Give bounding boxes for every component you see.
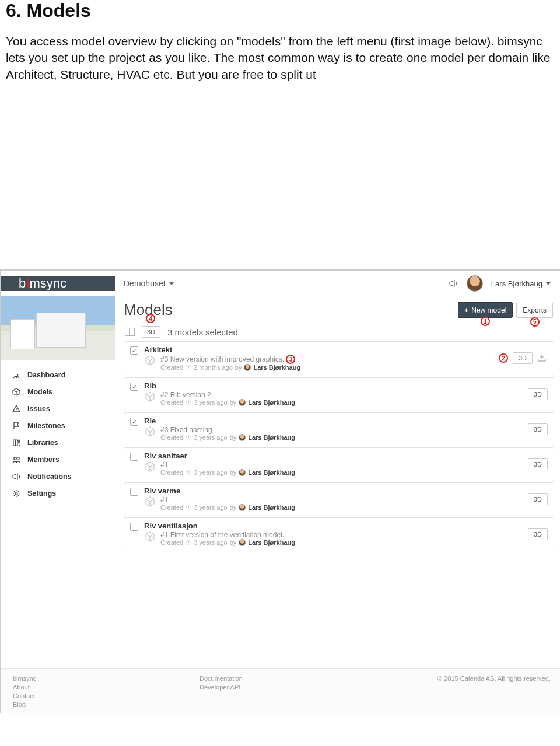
footer-link[interactable]: Documentation — [200, 675, 374, 682]
callout-2: 2 — [499, 353, 508, 363]
model-version: #3 New version with improved graphics. 3 — [160, 355, 300, 364]
model-meta: Created 3 years ago by Lars Bjørkhaug — [160, 539, 295, 546]
app-logo-cell: bimsync — [1, 276, 116, 291]
selected-count-text: 3 models selected — [167, 327, 238, 337]
model-meta: Created 3 years ago by Lars Bjørkhaug — [160, 434, 295, 441]
cube-icon — [144, 531, 156, 542]
download-icon[interactable] — [537, 353, 548, 363]
model-name[interactable]: Rib — [144, 381, 522, 390]
model-meta: Created 3 years ago by Lars Bjørkhaug — [160, 504, 295, 511]
sidebar-item-label: Milestones — [27, 422, 65, 430]
footer-link[interactable]: bimsync — [13, 675, 200, 682]
avatar-icon — [239, 434, 246, 441]
avatar-icon — [239, 469, 246, 476]
footer-link[interactable]: Blog — [13, 701, 200, 708]
sidebar-item-label: Libraries — [27, 439, 58, 447]
model-list: Arkitekt#3 New version with improved gra… — [124, 341, 554, 551]
footer-link[interactable]: Contact — [13, 692, 200, 699]
model-item: Rib#2 Rib version 2 Created 3 years ago … — [124, 377, 554, 411]
3d-button-small[interactable]: 3D 4 — [142, 326, 160, 338]
avatar-icon — [244, 364, 251, 371]
model-checkbox[interactable] — [130, 418, 138, 426]
3d-button[interactable]: 3D — [513, 352, 533, 364]
chevron-down-icon — [546, 282, 551, 285]
sidebar-item-milestones[interactable]: Milestones — [1, 417, 116, 434]
callout-3: 3 — [286, 355, 295, 364]
grid-icon[interactable] — [125, 328, 135, 336]
footer-link[interactable]: About — [13, 684, 200, 691]
selection-bar: 3D 4 3 models selected — [125, 326, 554, 338]
user-name: Lars Bjørkhaug — [491, 279, 542, 288]
models-icon — [12, 387, 20, 396]
cube-icon — [144, 496, 156, 507]
model-name[interactable]: Riv ventilasjon — [144, 521, 522, 530]
model-item: Riv sanitaer#1 Created 3 years ago by La… — [124, 447, 554, 481]
footer-link[interactable]: Developer API — [200, 684, 374, 691]
3d-button[interactable]: 3D — [528, 528, 548, 540]
3d-button[interactable]: 3D — [528, 493, 548, 505]
sidebar-item-libraries[interactable]: Libraries — [1, 434, 116, 451]
logo-prefix: b — [19, 276, 26, 290]
model-checkbox[interactable] — [130, 523, 138, 531]
model-name[interactable]: Rie — [144, 416, 522, 425]
dashboard-icon — [12, 370, 20, 379]
cube-icon — [144, 426, 156, 437]
libraries-icon — [12, 438, 20, 447]
clock-icon — [186, 365, 191, 370]
notifications-icon — [12, 472, 20, 481]
model-version: #2 Rib version 2 — [160, 391, 295, 399]
sidebar-item-label: Members — [27, 456, 60, 464]
sidebar-item-issues[interactable]: Issues — [1, 400, 116, 417]
sidebar-item-notifications[interactable]: Notifications — [1, 468, 116, 485]
settings-icon — [12, 489, 20, 498]
3d-button[interactable]: 3D — [528, 458, 548, 470]
model-item: Arkitekt#3 New version with improved gra… — [124, 341, 554, 376]
sidebar-item-models[interactable]: Models — [1, 383, 116, 400]
svg-point-3 — [15, 492, 18, 495]
model-version: #1 — [160, 461, 295, 469]
megaphone-icon[interactable] — [449, 279, 459, 288]
model-meta: Created 3 years ago by Lars Bjørkhaug — [160, 399, 295, 406]
project-thumbnail — [1, 296, 116, 360]
clock-icon — [186, 400, 191, 405]
model-name[interactable]: Arkitekt — [144, 345, 493, 354]
model-version: #1 — [160, 496, 295, 504]
model-version: #3 Fixed naming — [160, 426, 295, 434]
model-checkbox[interactable] — [130, 488, 138, 496]
doc-paragraph: You access model overview by clicking on… — [6, 33, 554, 83]
3d-button[interactable]: 3D — [528, 388, 548, 400]
model-checkbox[interactable] — [130, 346, 138, 355]
app-screenshot: bimsync Demohuset Lars Bjørkhaug — [0, 269, 560, 713]
3d-button[interactable]: 3D — [528, 423, 548, 435]
cube-icon — [144, 355, 156, 366]
user-menu[interactable]: Lars Bjørkhaug — [491, 279, 551, 288]
sidebar-item-dashboard[interactable]: Dashboard — [1, 366, 116, 383]
model-checkbox[interactable] — [130, 383, 138, 391]
clock-icon — [186, 470, 191, 475]
chevron-down-icon — [169, 282, 174, 285]
sidebar-item-label: Issues — [27, 405, 50, 413]
new-model-button[interactable]: + New model 1 — [458, 302, 513, 318]
sidebar: DashboardModelsIssuesMilestonesLibraries… — [1, 296, 116, 551]
model-name[interactable]: Riv sanitaer — [144, 451, 522, 460]
sidebar-item-members[interactable]: Members — [1, 451, 116, 468]
app-footer: bimsyncAboutContactBlog DocumentationDev… — [1, 668, 560, 713]
svg-point-2 — [16, 457, 19, 459]
avatar-icon — [239, 504, 246, 511]
sidebar-item-settings[interactable]: Settings — [1, 485, 116, 502]
milestones-icon — [12, 421, 20, 430]
exports-button[interactable]: Exports 5 — [516, 303, 553, 318]
model-checkbox[interactable] — [130, 453, 138, 461]
clock-icon — [186, 435, 191, 440]
model-name[interactable]: Riv varme — [144, 486, 522, 495]
cube-icon — [144, 391, 156, 402]
sidebar-item-label: Dashboard — [27, 371, 65, 379]
plus-icon: + — [464, 306, 469, 314]
app-logo: bimsync — [19, 276, 66, 291]
members-icon — [12, 455, 20, 464]
avatar — [467, 275, 483, 292]
project-dropdown[interactable]: Demohuset — [116, 279, 174, 288]
3d-label: 3D — [147, 328, 155, 335]
callout-5: 5 — [530, 317, 540, 327]
model-item: Rie#3 Fixed naming Created 3 years ago b… — [124, 412, 554, 446]
